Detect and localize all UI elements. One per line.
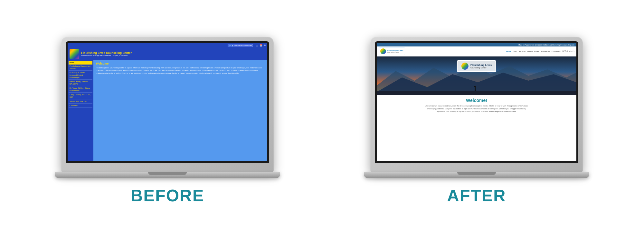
after-hero: Flourishing Lives Counseling Center	[377, 56, 576, 95]
after-laptop-shell: Make an Appointment: (331) 229-3123 | em…	[370, 37, 583, 172]
before-nav-young[interactable]: Dr. Young Ok Kim, Clinical Psychologist	[69, 86, 92, 93]
accessible-btn-label: ♿ Switch to Accessible Site	[232, 45, 252, 46]
after-nav-links: Home Staff Services Getting Started Reso…	[506, 50, 574, 53]
after-screen: Make an Appointment: (331) 229-3123 | em…	[377, 43, 576, 161]
before-website: ♿ ♿ Switch to Accessible Site ⌂ 📅 ✉	[68, 43, 267, 161]
after-nav-korean[interactable]: 한국어 서비스	[562, 50, 574, 53]
after-logo-name: Flourishing Lives	[387, 49, 403, 52]
after-nav-contact[interactable]: Contact Us	[552, 50, 560, 52]
before-nav-nancy[interactable]: Dr. Nancy M. Rivas, Licensed Clinical Ps…	[69, 71, 92, 79]
before-site-title: Flourishing Lives Counseling Center	[81, 51, 132, 55]
after-nav-getting-started[interactable]: Getting Started	[527, 50, 539, 52]
mail-icon[interactable]: ✉	[263, 44, 266, 47]
before-header-text: Flourishing Lives Counseling Center Asse…	[81, 51, 132, 56]
before-laptop-notch	[148, 172, 187, 175]
before-laptop-wrapper: ♿ ♿ Switch to Accessible Site ⌂ 📅 ✉	[55, 37, 280, 205]
before-site-subtitle: Assessment & Therapy for Individuals, Co…	[81, 55, 132, 56]
svg-rect-3	[377, 91, 576, 95]
after-website: Make an Appointment: (331) 229-3123 | em…	[377, 43, 576, 161]
home-icon[interactable]: ⌂	[256, 44, 258, 47]
before-laptop-base	[55, 172, 280, 178]
before-logo	[70, 49, 79, 59]
after-logo-img	[380, 48, 386, 54]
accessible-icon: ♿	[229, 45, 231, 46]
before-nav-home[interactable]: Home	[69, 61, 92, 65]
before-label: BEFORE	[131, 186, 204, 205]
after-logo-sub: Counseling Center	[387, 52, 403, 53]
main-container: ♿ ♿ Switch to Accessible Site ⌂ 📅 ✉	[0, 0, 644, 242]
after-laptop-notch	[457, 172, 496, 175]
after-nav-home[interactable]: Home	[506, 50, 511, 52]
after-welcome-text: Life isn't always easy. Sometimes, even …	[425, 105, 528, 113]
before-welcome-text: Flourishing Lives Counseling Center is a…	[96, 66, 265, 75]
before-screen-bezel: ♿ ♿ Switch to Accessible Site ⌂ 📅 ✉	[66, 41, 269, 163]
before-nav-psych[interactable]: Psychological Assessment Services	[69, 65, 92, 71]
after-hero-card: Flourishing Lives Counseling Center	[457, 60, 496, 72]
after-laptop-base	[364, 172, 589, 178]
after-topbar: Make an Appointment: (331) 229-3123 | em…	[377, 43, 576, 46]
after-logo-text: Flourishing Lives Counseling Center	[387, 49, 403, 53]
before-welcome-title: Welcome	[96, 62, 265, 65]
after-welcome-section: Welcome! Life isn't always easy. Sometim…	[377, 95, 576, 116]
before-laptop-shell: ♿ ♿ Switch to Accessible Site ⌂ 📅 ✉	[61, 37, 274, 172]
before-header: Flourishing Lives Counseling Center Asse…	[68, 48, 267, 60]
after-nav-staff[interactable]: Staff	[513, 50, 517, 52]
before-nav-cathy[interactable]: Cathy Conway, MA, LCPC, SEP	[69, 93, 92, 99]
after-hero-text: Flourishing Lives Counseling Center	[470, 64, 492, 69]
before-body: Home Psychological Assessment Services D…	[68, 60, 267, 161]
accessible-site-button[interactable]: ♿ ♿ Switch to Accessible Site	[228, 44, 253, 47]
before-sidebar: Home Psychological Assessment Services D…	[68, 60, 93, 161]
after-topbar-text: Make an Appointment: (331) 229-3123 | em…	[518, 44, 574, 46]
topbar-icons: ⌂ 📅 ✉	[256, 44, 266, 47]
after-nav-services[interactable]: Services	[519, 50, 526, 52]
calendar-icon[interactable]: 📅	[260, 44, 262, 47]
after-nav-bar: Flourishing Lives Counseling Center Home…	[377, 46, 576, 56]
after-label: AFTER	[447, 186, 506, 205]
before-content: Welcome Flourishing Lives Counseling Cen…	[93, 60, 267, 161]
before-screen: ♿ ♿ Switch to Accessible Site ⌂ 📅 ✉	[68, 43, 267, 161]
after-hero-logo-img	[461, 63, 469, 70]
after-nav-resources[interactable]: Resources	[541, 50, 550, 52]
after-logo-area: Flourishing Lives Counseling Center	[379, 47, 405, 55]
after-welcome-title: Welcome!	[383, 98, 570, 103]
after-screen-bezel: Make an Appointment: (331) 229-3123 | em…	[375, 41, 578, 163]
before-topbar: ♿ ♿ Switch to Accessible Site ⌂ 📅 ✉	[68, 43, 267, 48]
before-nav-martha[interactable]: Martha (Marty) Dennen, MA, LCPC	[69, 80, 92, 86]
after-hero-title: Flourishing Lives	[470, 64, 492, 67]
before-nav-contact[interactable]: Contact Us	[69, 104, 92, 108]
svg-rect-4	[475, 87, 476, 91]
after-hero-subtitle: Counseling Center	[470, 67, 492, 69]
after-laptop-wrapper: Make an Appointment: (331) 229-3123 | em…	[364, 37, 589, 205]
before-nav-sandra[interactable]: Sandra King, MA, LPC	[69, 100, 92, 104]
svg-point-5	[474, 86, 476, 87]
